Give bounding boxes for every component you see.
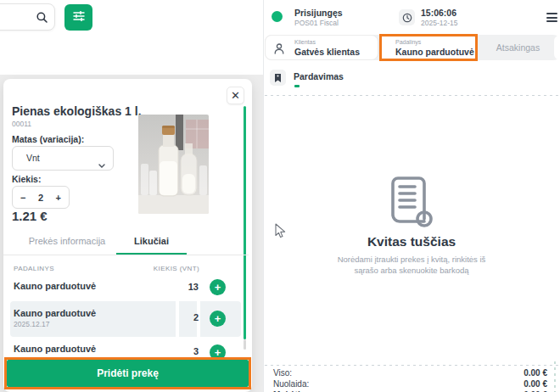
stock-qty: 3 xyxy=(193,346,199,356)
connection-status-icon xyxy=(272,11,283,22)
modal-scrollbar-track[interactable] xyxy=(244,339,246,350)
receipt-divider-top xyxy=(265,95,560,96)
tab-branch[interactable]: Padalinys Kauno parduotuvė xyxy=(378,35,478,60)
column-header-branch: PADALINYS xyxy=(14,265,54,272)
decrement-button[interactable]: − xyxy=(20,193,25,203)
pos-app: ✕ Pienas ekologiškas 1 l. 00011 Matas (v… xyxy=(0,0,560,392)
cell-divider xyxy=(176,301,179,337)
modal-tabs: Prekės informacija Likučiai xyxy=(3,232,249,255)
branch-name: Kauno parduotuvė xyxy=(14,344,96,354)
tab-stock[interactable]: Likučiai xyxy=(116,236,187,246)
add-product-button[interactable]: Pridėti prekę xyxy=(7,360,249,387)
tab-overflow-sliver xyxy=(554,36,560,59)
person-icon xyxy=(274,42,284,58)
sale-label: Pardavimas xyxy=(294,71,344,81)
close-icon: ✕ xyxy=(231,90,240,101)
clock-date: 2025-12-15 xyxy=(421,19,457,27)
menu-button[interactable] xyxy=(546,13,557,25)
product-code: 00011 xyxy=(12,120,31,128)
stock-date: 2025.12.17 xyxy=(14,320,50,328)
sale-icon xyxy=(270,70,286,86)
totals-divider xyxy=(265,365,560,366)
variation-label: Matas (variacija): xyxy=(12,134,84,144)
totals-side-dashes xyxy=(554,361,556,392)
tab-client-label: Klientas xyxy=(294,39,316,45)
clock-time: 15:06:06 xyxy=(421,8,456,18)
total-label: Nuolaida: xyxy=(273,379,309,389)
mouse-cursor xyxy=(275,223,286,242)
stock-qty: 13 xyxy=(188,282,199,292)
variation-value: Vnt xyxy=(26,153,40,163)
empty-receipt-title: Kvitas tuščias xyxy=(263,234,560,249)
variation-select[interactable]: Vnt xyxy=(12,146,114,171)
search-input[interactable] xyxy=(0,4,26,30)
product-modal: ✕ Pienas ekologiškas 1 l. 00011 Matas (v… xyxy=(3,79,252,392)
search-box[interactable] xyxy=(0,3,55,31)
product-price: 1.21 € xyxy=(12,209,48,223)
quantity-value: 2 xyxy=(38,193,43,203)
total-row-viso: Viso: 0.00 € xyxy=(273,368,547,378)
close-button[interactable]: ✕ xyxy=(227,87,244,104)
add-stock-button[interactable]: + xyxy=(210,279,226,295)
empty-desc-line2: sąrašo arba skenuokite barkodą xyxy=(263,265,560,276)
clock-icon xyxy=(399,9,415,25)
empty-desc-line1: Norėdami įtraukti prekes į kvitą, rinkit… xyxy=(263,254,560,265)
tab-client-value: Gatvės klientas xyxy=(294,47,360,57)
branch-name: Kauno parduotuvė xyxy=(14,281,96,291)
modal-scrollbar-thumb[interactable] xyxy=(244,106,246,339)
total-value: 0.00 € xyxy=(524,379,547,389)
tab-product-info[interactable]: Prekės informacija xyxy=(20,236,114,246)
add-stock-button[interactable]: + xyxy=(210,311,226,327)
add-stock-button[interactable]: + xyxy=(210,344,226,361)
column-header-qty: KIEKIS (VNT) xyxy=(154,265,199,272)
total-value: 0.00 € xyxy=(524,368,547,378)
tab-responsible[interactable]: Atsakingas xyxy=(476,35,560,60)
chevron-down-icon xyxy=(98,156,105,171)
product-title: Pienas ekologiškas 1 l. xyxy=(12,104,142,118)
tab-client[interactable]: Klientas Gatvės klientas xyxy=(265,35,378,60)
panel-divider xyxy=(263,0,264,392)
stock-qty: 2 xyxy=(193,312,199,322)
quantity-label: Kiekis: xyxy=(12,174,41,184)
hamburger-icon xyxy=(546,13,557,14)
terminal-name: POS01 Fiscal xyxy=(294,19,339,27)
connection-status: Prisijungęs xyxy=(294,8,343,18)
tab-branch-label: Padalinys xyxy=(395,39,421,45)
sale-active-indicator xyxy=(294,85,300,87)
row-highlight-bg xyxy=(10,301,241,337)
receipt-icon xyxy=(388,176,435,232)
tab-branch-value: Kauno parduotuvė xyxy=(395,47,474,57)
total-row-nuolaida: Nuolaida: 0.00 € xyxy=(273,379,547,389)
sliders-icon xyxy=(73,11,85,24)
total-label: Viso: xyxy=(273,368,292,378)
empty-receipt-description: Norėdami įtraukti prekes į kvitą, rinkit… xyxy=(263,254,560,276)
active-tab-underline xyxy=(116,253,187,255)
increment-button[interactable]: + xyxy=(56,193,61,203)
search-icon xyxy=(36,11,48,26)
filter-button[interactable] xyxy=(64,4,92,31)
quantity-stepper: − 2 + xyxy=(12,186,70,209)
context-tabbar: Klientas Gatvės klientas Padalinys Kauno… xyxy=(265,35,560,60)
product-image xyxy=(138,115,209,214)
branch-name: Kauno parduotuvė xyxy=(14,308,96,318)
